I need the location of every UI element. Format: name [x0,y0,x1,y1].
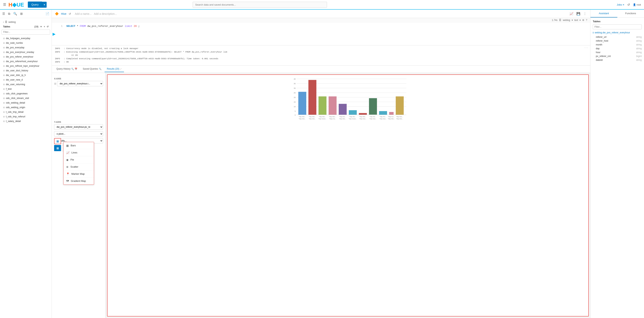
table-list-item[interactable]: ⊞dw_pvs_everyhour_oneday [2,50,50,54]
refresh-tables-icon[interactable]: ↺ [47,25,48,28]
query-dropdown-arrow[interactable]: ▾ [42,2,47,8]
table-list-item[interactable]: ⊞f_test [2,87,50,91]
breadcrumb[interactable]: ‹ 🗄 weblog [2,19,50,24]
tables-filter-input[interactable] [2,29,50,34]
settings-icon[interactable]: ⚙ [582,19,584,21]
table-list-item[interactable]: ⊞t_ods_tmp_referurl [2,114,50,119]
rp-field: pv_referer_cntbigint [593,54,642,58]
svg-rect-21 [349,110,357,115]
table-icon: ⊞ [3,65,5,67]
chart-type-scatter[interactable]: ⊕ Scatter [64,163,94,171]
svg-text:10: 10 [294,106,296,108]
table-list-item[interactable]: ⊞dw_user_new_d [2,77,50,82]
x-axis-select[interactable]: dw_pvs_referer_everyhour.r... [57,81,103,86]
svg-rect-24 [379,111,387,115]
search-input[interactable] [193,2,327,8]
log-line-2: INFO : Executing command(queryId=root_20… [55,50,587,54]
editor-toolbar: 🔶 Hive ↺ Add a name... Add a description… [52,9,590,18]
svg-text:"http://An...: "http://An... [349,116,356,118]
search-history-icon[interactable]: 🔍 [71,68,74,70]
table-list-item[interactable]: ⊞ods_click_stream_visit [2,96,50,100]
user-menu[interactable]: 👤 root [633,3,641,6]
query-name-input[interactable]: Add a name... [75,12,92,15]
sidebar-copy-icon[interactable]: ⧉ [8,12,10,15]
db-selector[interactable]: Hive [61,12,66,15]
y-axis-select[interactable]: dw_pvs_referer_everyhour.pv_re [54,124,103,130]
table-list-item[interactable]: ⊞dw_oute_numbs [2,41,50,45]
x-axis-label: X-AXIS [54,77,103,80]
table-list-item[interactable]: ⊞dw_hotpages_everyday [2,36,50,41]
log-options[interactable]: ··· [584,47,588,49]
query-button[interactable]: Query [28,1,42,8]
chart-type-trigger[interactable]: ▦ [54,138,61,144]
chart-type-dropdown: ▦ Bars 📈 Lines ◉ Pie ⊕ Scatter [63,142,94,185]
table-list-item[interactable]: ⊞dw_pvs_everyday [2,45,50,50]
table-list-item[interactable]: ⊞dw_user_dsct_history [2,68,50,73]
table-icon: ⊞ [3,79,5,81]
svg-text:"http://blo...: "http://blo... [329,116,336,118]
table-list-item[interactable]: ⊞ods_weblog_detail [2,100,50,105]
search-saved-icon[interactable]: 🔍 [99,68,102,70]
jobs-button[interactable]: Jobs ≡ [617,3,624,6]
tab-results[interactable]: Results (20) ⤢ [104,66,124,72]
svg-text:"http://blo...: "http://blo... [339,118,346,120]
svg-text:40: 40 [294,78,296,80]
query-desc-input[interactable]: Add a description... [94,12,117,15]
code-editor[interactable]: ▶ 1 SELECT * FROM dw_pvs_referer_everyho… [52,22,590,45]
sidebar-doc-icon[interactable]: 📄 [46,12,49,15]
right-panel-tabs: Assistant Functions [590,9,644,18]
table-list-item[interactable]: ⊞dw_user_dstc_ip_h [2,73,50,77]
table-list-item[interactable]: ⊞dw_pvs_refererhost_everyhour [2,59,50,64]
table-list-item[interactable]: ⊞ods_weblog_origin [2,105,50,110]
table-icon: ⊞ [3,106,5,109]
chart-type-lines[interactable]: 📈 Lines [64,149,94,156]
run-button[interactable]: ▶ [52,32,56,36]
chart-type-marker-map[interactable]: 📍 Marker Map [64,171,94,178]
rp-filter-input[interactable] [593,24,642,29]
history-icon[interactable]: ↺ [627,3,630,6]
tab-assistant[interactable]: Assistant [590,9,617,17]
chart-type-bars[interactable]: ▦ Bars [64,142,94,149]
rp-field: monthstring [593,43,642,47]
sidebar-grid-icon[interactable]: ⊞ [20,12,23,15]
tab-query-history[interactable]: Query History 🔍 📅 [54,66,80,72]
table-icon: ⊞ [3,83,5,86]
bars-icon: ▦ [66,144,69,147]
table-list-item[interactable]: ⊞dw_user_returning [2,82,50,87]
hamburger-menu[interactable]: ☰ [3,2,6,7]
more-options-icon[interactable]: ⋮ [582,11,587,16]
save-icon[interactable]: 💾 [576,11,581,16]
table-list-item[interactable]: ⊞t_ods_tmp_detail [2,110,50,114]
table-list-item[interactable]: ⊞dw_pvs_referer_everyhour [2,54,50,59]
table-list-item[interactable]: ⊞t_salary_detail [2,119,50,123]
format-dropdown-arrow[interactable]: ▾ [580,19,581,21]
chart-type-gradient-map[interactable]: 🗺 Gradient Map [64,178,94,185]
sidebar-search-icon[interactable]: 🔍 [13,12,17,15]
sidebar-list-icon[interactable]: ☰ [2,12,5,15]
query-time: 1.74s [552,19,558,21]
table-list-item[interactable]: ⊞ods_click_pageviews [2,91,50,96]
filter-icon[interactable]: ▼ [40,25,42,28]
tab-saved-queries[interactable]: Saved Queries 🔍 [80,66,104,72]
grid-icon: ⊞ [54,82,56,85]
right-panel: Assistant Functions Tables ℹ weblog.dw_p… [590,9,644,318]
pivot-select[interactable]: o pivot... [54,131,103,137]
svg-text:0: 0 [295,114,296,116]
chart-btn-bars[interactable]: ▦ [54,145,61,151]
chart-icon[interactable]: 📈 [569,11,574,16]
rp-field: referer_hoststring [593,39,642,43]
calendar-icon[interactable]: 📅 [75,68,77,70]
svg-text:"http://ww...: "http://ww... [369,118,376,120]
help-icon[interactable]: ? [586,19,587,21]
right-panel-content: Tables ℹ weblog.dw_pvs_referer_everyhour… [590,18,644,318]
chart-area: X-AXIS ⊞ dw_pvs_referer_everyhour.r... ▦… [52,73,590,318]
add-table-icon[interactable]: + [44,25,45,28]
expand-results-icon[interactable]: ⤢ [120,68,122,70]
svg-text:"http://blo...: "http://blo... [298,116,306,118]
svg-text:"http://www...: "http://www... [349,118,357,120]
table-list-item[interactable]: ⊞dw_pvs_refhost_topn_everyhour [2,64,50,68]
tab-functions[interactable]: Functions [617,9,644,17]
chart-type-pie[interactable]: ◉ Pie [64,156,94,163]
refresh-query-icon[interactable]: ↺ [69,12,71,15]
db-dropdown-arrow[interactable]: ▾ [572,19,573,21]
